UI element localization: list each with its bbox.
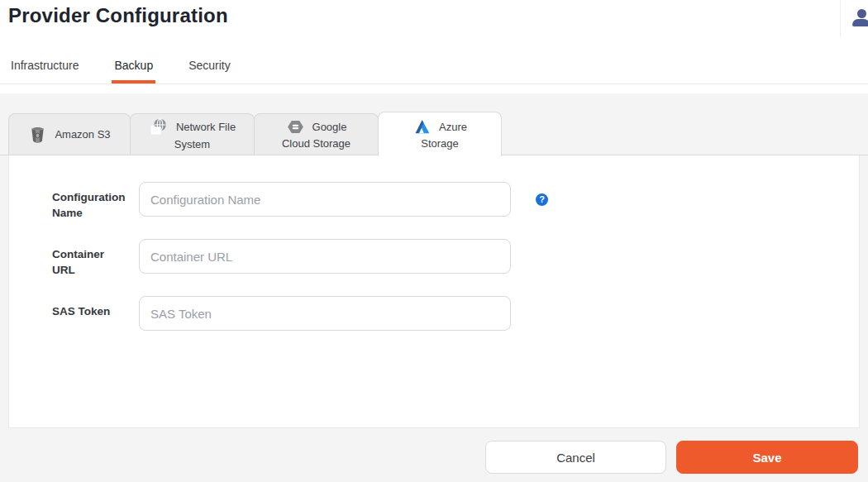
container-url-label: Container URL: [52, 239, 126, 278]
tab-security-label: Security: [188, 59, 231, 72]
tab-google-cloud-storage-label-line2: Cloud Storage: [282, 136, 351, 151]
sas-token-label: SAS Token: [52, 296, 126, 319]
tab-network-file-system-label-line1: Network File: [176, 119, 236, 136]
configuration-name-input[interactable]: [139, 182, 511, 217]
form-row-sas-token: SAS Token: [52, 296, 548, 331]
tab-google-cloud-storage-label-line1: Google: [312, 119, 347, 136]
sas-token-input[interactable]: [139, 296, 511, 331]
cancel-button[interactable]: Cancel: [485, 441, 666, 474]
person-icon-head: [857, 9, 866, 18]
network-file-system-icon: [149, 117, 169, 137]
person-icon[interactable]: [852, 9, 868, 26]
tab-azure-storage-label-line1: Azure: [439, 119, 467, 136]
tab-security[interactable]: Security: [186, 50, 233, 84]
page-title: Provider Configuration: [8, 4, 228, 27]
page-header: Provider Configuration Infrastructure Ba…: [0, 0, 868, 93]
tab-backup-label: Backup: [114, 59, 153, 72]
person-icon-torso: [852, 19, 868, 26]
amazon-s3-icon: [28, 124, 47, 146]
tab-network-file-system-label-line2: System: [174, 137, 210, 152]
header-bottom-rule: [0, 84, 868, 84]
form-row-configuration-name: Configuration Name ?: [52, 182, 548, 221]
cancel-button-label: Cancel: [556, 451, 595, 465]
azure-storage-form: Configuration Name ? Container URL SAS T…: [52, 182, 548, 349]
azure-storage-icon: [413, 117, 432, 136]
tab-infrastructure[interactable]: Infrastructure: [8, 50, 81, 84]
help-icon[interactable]: ?: [536, 193, 548, 206]
main-tab-bar: Infrastructure Backup Security: [8, 50, 264, 84]
tab-google-cloud-storage[interactable]: Google Cloud Storage: [254, 113, 379, 155]
configuration-name-label: Configuration Name: [52, 182, 126, 221]
tab-infrastructure-label: Infrastructure: [11, 59, 79, 72]
tab-azure-storage[interactable]: Azure Storage: [378, 112, 502, 156]
header-divider: [840, 0, 841, 37]
tab-backup[interactable]: Backup: [112, 50, 155, 84]
google-cloud-storage-icon: [286, 117, 305, 136]
container-url-input[interactable]: [139, 239, 511, 274]
tab-amazon-s3-label: Amazon S3: [55, 126, 110, 143]
form-row-container-url: Container URL: [52, 239, 548, 278]
save-button[interactable]: Save: [676, 441, 858, 474]
tab-network-file-system[interactable]: Network File System: [130, 113, 255, 155]
save-button-label: Save: [752, 451, 781, 465]
provider-tab-bar: Amazon S3 Network File System: [8, 113, 502, 158]
tab-amazon-s3[interactable]: Amazon S3: [8, 113, 131, 155]
tab-azure-storage-label-line2: Storage: [421, 136, 459, 151]
